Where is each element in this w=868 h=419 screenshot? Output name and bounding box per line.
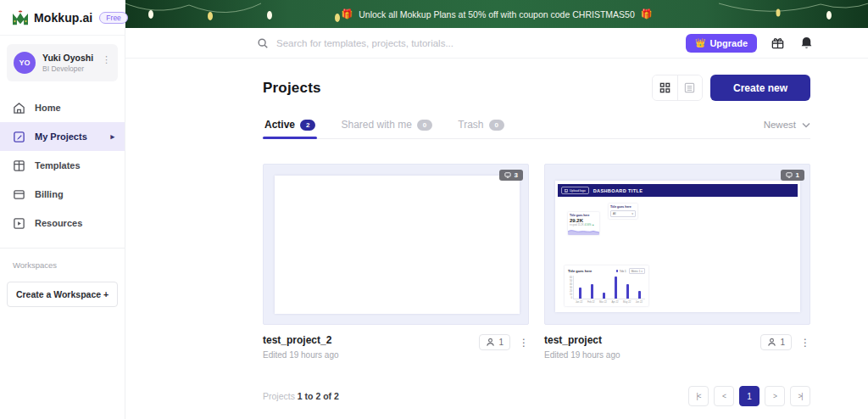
prev-page-button[interactable]: < (714, 386, 734, 406)
dashboard-kpi-widget: Title goes here 29.2K vs goal 11.2K 4.56… (568, 212, 599, 235)
members-badge[interactable]: 1 (479, 334, 510, 350)
upload-logo-chip: Upload logo (561, 187, 589, 194)
metric-dropdown: Metric 1 ˅ (629, 268, 645, 274)
pagination-summary: Projects 1 to 2 of 2 (263, 391, 339, 401)
filter-select: All˅ (610, 210, 636, 217)
current-page-button[interactable]: 1 (739, 386, 760, 406)
billing-card-icon (13, 188, 25, 201)
project-menu-kebab-icon[interactable]: ⋮ (800, 337, 810, 349)
brand-logo-row[interactable]: Mokkup.ai Free (0, 0, 125, 36)
project-name[interactable]: test_project (544, 334, 620, 346)
search-bar[interactable] (257, 37, 686, 49)
user-role: BI Developer (42, 64, 93, 73)
pagination-range: 1 to 2 of 2 (298, 391, 339, 401)
list-view-icon (684, 82, 695, 93)
legend-dot (616, 270, 619, 272)
sidebar-item-resources[interactable]: Resources (0, 209, 125, 237)
project-edited: Edited 19 hours ago (263, 350, 339, 360)
sidebar-item-billing[interactable]: Billing (0, 180, 125, 209)
members-badge[interactable]: 1 (760, 334, 792, 350)
dashboard-preview: Upload logo DASHBOARD TITLE Title goes h… (555, 181, 800, 312)
sidebar-item-label: Resources (35, 218, 82, 228)
sort-dropdown[interactable]: Newest (764, 120, 810, 138)
sidebar-item-label: Home (35, 103, 61, 113)
sidebar-divider (0, 248, 125, 249)
tab-label: Shared with me (341, 119, 411, 131)
screens-count: 3 (515, 171, 518, 179)
filter-label: Title goes here (610, 205, 636, 209)
edit-square-icon (13, 131, 25, 143)
bar-chart-title: Title goes here (568, 269, 592, 273)
sidebar-item-templates[interactable]: Templates (0, 151, 125, 180)
chevron-down-icon: ˅ (632, 212, 633, 215)
promo-banner-text: Unlock all Mokkup Plans at 50% off with … (359, 9, 634, 20)
sort-label: Newest (764, 120, 796, 130)
crown-icon: 👑 (695, 38, 705, 47)
tab-label: Active (264, 119, 295, 131)
user-menu-kebab-icon[interactable]: ⋮ (102, 54, 111, 65)
sidebar-item-label: Billing (35, 189, 64, 199)
members-count: 1 (498, 338, 504, 347)
tabs: Active 2 Shared with me 0 Trash 0 Newest (263, 119, 810, 139)
chevron-right-icon: ▸ (110, 132, 114, 141)
kpi-area-chart (568, 226, 599, 235)
dashboard-bar-chart-widget: Title goes here Title 1 Metric 1 ˅ 60504… (565, 265, 648, 306)
workspaces-label: Workspaces (0, 260, 125, 270)
user-name: Yuki Oyoshi (42, 53, 93, 64)
members-count: 1 (780, 338, 785, 347)
upgrade-button[interactable]: 👑 Upgrade (686, 34, 757, 53)
bell-icon[interactable] (799, 36, 814, 50)
resources-play-icon (13, 217, 25, 230)
avatar: YO (14, 52, 36, 74)
create-workspace-button[interactable]: Create a Workspace + (7, 282, 118, 307)
project-card-test-project-2: 3 test_project_2 Edited 19 hours ago 1 (263, 164, 529, 360)
search-icon (257, 37, 269, 49)
sidebar-item-home[interactable]: Home (0, 93, 125, 122)
search-input[interactable] (276, 38, 565, 48)
tab-active[interactable]: Active 2 (263, 119, 317, 138)
gift-emoji-right: 🎁 (641, 8, 653, 20)
project-menu-kebab-icon[interactable]: ⋮ (519, 337, 529, 349)
dashboard-title: DASHBOARD TITLE (593, 188, 643, 193)
last-page-button[interactable]: >| (790, 386, 810, 406)
home-icon (13, 102, 25, 115)
person-icon (767, 338, 776, 347)
bar-chart-x-axis: Jan 22Feb 22Mar 22Apr 22May 22Jun 22 (573, 300, 645, 304)
user-card[interactable]: YO Yuki Oyoshi BI Developer ⋮ (7, 44, 118, 81)
tab-count-badge: 0 (489, 120, 504, 131)
create-new-button[interactable]: Create new (710, 75, 810, 101)
tab-trash[interactable]: Trash 0 (456, 119, 506, 138)
pagination-label: Projects (263, 391, 298, 401)
metric-value: Metric 1 (632, 270, 641, 273)
first-page-button[interactable]: |< (688, 386, 709, 406)
gift-icon[interactable] (771, 36, 785, 50)
next-page-button[interactable]: > (765, 386, 785, 406)
screens-count-badge: 1 (781, 170, 804, 181)
sidebar: Mokkup.ai Free YO Yuki Oyoshi BI Develop… (0, 0, 125, 419)
bar-chart-legend: Title 1 (616, 270, 626, 273)
screens-icon (504, 172, 511, 178)
grid-view-button[interactable] (653, 75, 677, 100)
page-title: Projects (263, 80, 321, 97)
screens-count-badge: 3 (499, 170, 523, 181)
grid-view-icon (659, 82, 670, 93)
project-edited: Edited 19 hours ago (544, 350, 620, 360)
upload-logo-label: Upload logo (570, 189, 586, 193)
tab-count-badge: 2 (300, 120, 315, 131)
sidebar-item-my-projects[interactable]: My Projects ▸ (0, 122, 125, 151)
sidebar-item-label: My Projects (35, 131, 87, 142)
brand-name: Mokkup.ai (34, 11, 92, 25)
project-name[interactable]: test_project_2 (263, 334, 339, 346)
gift-emoji-left: 🎁 (342, 8, 353, 20)
bar-chart-bars (573, 276, 645, 299)
project-thumbnail[interactable]: 1 Upload logo DASHBOARD TITLE Title goes… (544, 164, 810, 325)
pagination: Projects 1 to 2 of 2 |< < 1 > >| (263, 386, 810, 406)
list-view-button[interactable] (677, 75, 702, 100)
blank-canvas (275, 176, 520, 314)
upgrade-label: Upgrade (709, 38, 748, 48)
promo-banner: 🎁 Unlock all Mokkup Plans at 50% off wit… (125, 0, 868, 28)
templates-icon (13, 159, 25, 172)
tab-shared-with-me[interactable]: Shared with me 0 (339, 119, 434, 138)
kpi-title: Title goes here (570, 214, 598, 217)
project-thumbnail[interactable]: 3 (263, 164, 529, 325)
